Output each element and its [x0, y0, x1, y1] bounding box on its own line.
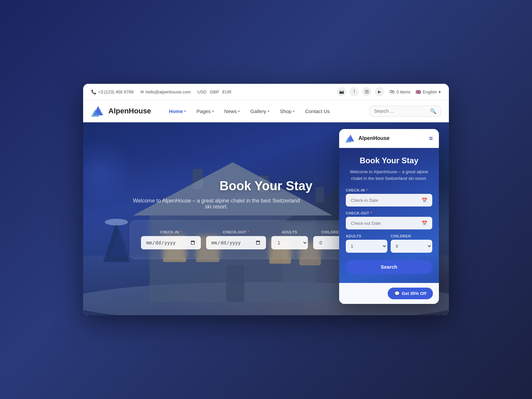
search-input[interactable] — [374, 108, 427, 114]
checkin-label: CHECK-IN * — [141, 230, 201, 234]
mobile-checkin-label: CHECK-IN * — [346, 188, 432, 192]
chat-icon: 💬 — [394, 291, 400, 296]
chevron-icon: ▾ — [184, 109, 186, 113]
nav-pages[interactable]: Pages ▾ — [192, 106, 218, 117]
phone-number: +3 (123) 456 6789 — [98, 89, 134, 94]
mobile-checkout-field: CHECK-OUT * 📅 — [346, 211, 432, 229]
mobile-logo-text: AlpenHouse — [358, 135, 389, 141]
logo-area: AlpenHouse — [91, 105, 151, 117]
email-info: ✉ hello@alpenhouse.com — [140, 89, 191, 94]
email-address: hello@alpenhouse.com — [146, 89, 191, 94]
logo-icon — [91, 105, 105, 117]
nav-bar: AlpenHouse Home ▾ Pages ▾ News ▾ Gallery… — [83, 100, 449, 122]
mobile-adults-children-row: ADULTS 1 2 3 CHILDREN 0 1 — [346, 234, 432, 257]
checkin-field: CHECK-IN * — [141, 230, 201, 249]
mobile-logo-icon — [345, 134, 356, 143]
mobile-children-select[interactable]: 0 1 2 — [391, 240, 432, 253]
top-bar-left: 📞 +3 (123) 456 6789 ✉ hello@alpenhouse.c… — [91, 89, 231, 94]
svg-point-1 — [366, 91, 368, 93]
mobile-checkout-input-wrap[interactable]: 📅 — [346, 217, 432, 229]
phone-icon: 📞 — [91, 89, 96, 94]
outer-background: 📞 +3 (123) 456 6789 ✉ hello@alpenhouse.c… — [0, 0, 532, 399]
hero-subtitle: Welcome to AlpenHouse – a great alpine c… — [130, 198, 303, 210]
nav-home[interactable]: Home ▾ — [164, 106, 191, 117]
checkout-field: CHECK-OUT * — [206, 230, 266, 249]
currency-usd[interactable]: USD — [198, 89, 206, 94]
chevron-icon: ▾ — [238, 109, 240, 113]
mobile-footer: 💬 Get 35% Off — [339, 283, 439, 304]
language-label: English — [423, 89, 437, 94]
chevron-icon: ▾ — [212, 109, 214, 113]
language-selector[interactable]: 🇬🇧 English ▾ — [416, 89, 441, 94]
top-bar: 📞 +3 (123) 456 6789 ✉ hello@alpenhouse.c… — [83, 84, 449, 100]
checkout-required: * — [247, 230, 249, 234]
chevron-icon: ▾ — [268, 109, 269, 113]
adults-label: ADULTS — [271, 230, 308, 234]
nav-links: Home ▾ Pages ▾ News ▾ Gallery ▾ Shop ▾ — [164, 106, 370, 117]
email-icon: ✉ — [140, 89, 144, 94]
cart-icon: 🛍 — [389, 89, 395, 95]
search-box[interactable]: 🔍 — [370, 106, 441, 117]
mobile-search-button[interactable]: Search — [346, 260, 432, 274]
flag-icon: 🇬🇧 — [416, 89, 421, 94]
adults-field: ADULTS 1 2 3 — [271, 230, 308, 249]
cart-items-count: 0 items — [396, 89, 410, 94]
mobile-adults-field: ADULTS 1 2 3 — [346, 234, 387, 253]
calendar-icon: 📅 — [422, 220, 427, 226]
mobile-checkout-label: CHECK-OUT * — [346, 211, 432, 215]
mobile-popup-card: AlpenHouse ≡ Book Your Stay Welcome to A… — [339, 129, 439, 304]
currency-gbp[interactable]: GBP — [210, 89, 219, 94]
chevron-icon: ▾ — [293, 109, 295, 113]
svg-point-2 — [368, 91, 368, 91]
mobile-book-title: Book Your Stay — [346, 156, 432, 165]
calendar-icon: 📅 — [422, 198, 427, 203]
browser-window: 📞 +3 (123) 456 6789 ✉ hello@alpenhouse.c… — [83, 84, 449, 315]
checkout-input[interactable] — [206, 236, 266, 249]
hero-section: Book Your Stay Welcome to AlpenHouse – a… — [83, 122, 449, 315]
logo-text: AlpenHouse — [108, 107, 151, 115]
svg-rect-0 — [365, 90, 368, 93]
mobile-book-subtitle: Welcome to AlpenHouse – a great alpine c… — [346, 169, 432, 182]
camera-icon[interactable]: 📷 — [337, 87, 346, 96]
chevron-down-icon: ▾ — [439, 89, 441, 94]
checkout-label: CHECK-OUT * — [206, 230, 266, 234]
mobile-header: AlpenHouse ≡ — [339, 129, 439, 148]
search-submit-button[interactable]: 🔍 — [430, 108, 437, 114]
hamburger-icon[interactable]: ≡ — [429, 135, 433, 142]
mobile-children-label: CHILDREN — [391, 234, 432, 238]
checkin-required: * — [180, 230, 182, 234]
youtube-icon[interactable]: ▶ — [375, 87, 384, 96]
mobile-checkin-input-wrap[interactable]: 📅 — [346, 194, 432, 206]
top-bar-right: 📷 f ▶ 🛍 0 items 🇬� — [337, 87, 441, 96]
cart-info[interactable]: 🛍 0 items — [389, 89, 410, 95]
nav-gallery[interactable]: Gallery ▾ — [246, 106, 274, 117]
currency-options: USD GBP EUR — [198, 89, 231, 94]
facebook-icon[interactable]: f — [349, 87, 359, 96]
nav-shop[interactable]: Shop ▾ — [275, 106, 299, 117]
adults-select[interactable]: 1 2 3 — [271, 236, 308, 249]
mobile-checkout-input[interactable] — [351, 221, 422, 226]
instagram-icon[interactable] — [362, 87, 371, 96]
phone-info: 📞 +3 (123) 456 6789 — [91, 89, 134, 94]
mobile-adults-label: ADULTS — [346, 234, 387, 238]
currency-eur[interactable]: EUR — [222, 89, 231, 94]
mobile-checkin-input[interactable] — [351, 198, 422, 203]
social-icons: 📷 f ▶ — [337, 87, 384, 96]
mobile-body: Book Your Stay Welcome to AlpenHouse – a… — [339, 148, 439, 283]
nav-news[interactable]: News ▾ — [220, 106, 245, 117]
mobile-checkin-field: CHECK-IN * 📅 — [346, 188, 432, 206]
mobile-logo-area: AlpenHouse — [345, 134, 389, 143]
nav-contact[interactable]: Contact Us — [301, 106, 334, 117]
mobile-adults-select[interactable]: 1 2 3 — [346, 240, 387, 253]
checkin-input[interactable] — [141, 236, 201, 249]
mobile-children-field: CHILDREN 0 1 2 — [391, 234, 432, 253]
discount-button[interactable]: 💬 Get 35% Off — [388, 288, 433, 299]
